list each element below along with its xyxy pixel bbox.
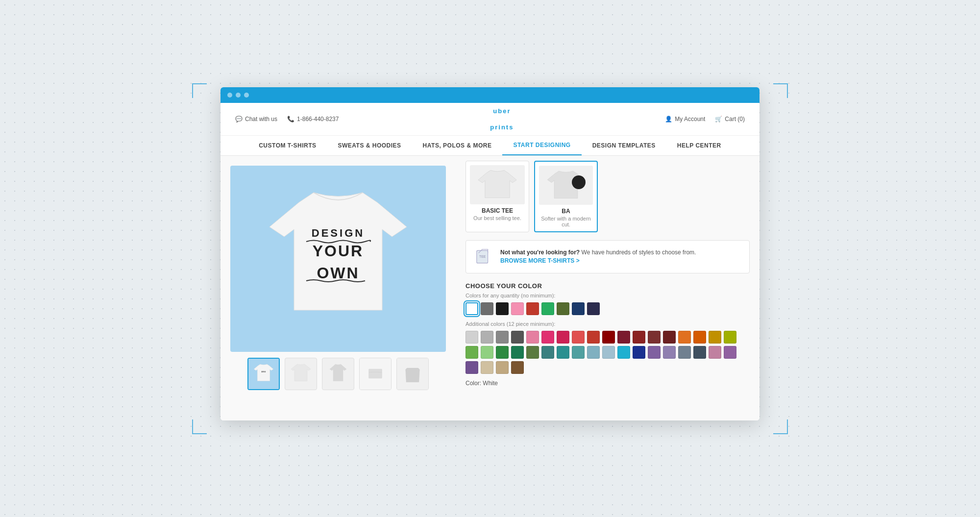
phone-number: 1-866-440-8237 [297, 116, 339, 123]
thumbnail-1[interactable] [285, 358, 317, 390]
color-swatch-additional[interactable] [602, 331, 615, 344]
color-swatch-additional[interactable] [541, 331, 554, 344]
nav-bar: CUSTOM T-SHIRTS SWEATS & HOODIES HATS, P… [220, 135, 760, 155]
color-swatch-additional[interactable] [633, 346, 645, 359]
browser-dot-1 [227, 93, 232, 98]
color-swatch-additional[interactable] [541, 346, 554, 359]
color-swatch-additional[interactable] [678, 346, 691, 359]
color-swatch-additional[interactable] [481, 361, 493, 374]
browse-desc: We have hundreds of styles to choose fro… [582, 249, 696, 256]
color-swatch-additional[interactable] [724, 346, 736, 359]
logo-area[interactable]: uber prints [490, 108, 514, 130]
color-swatch-additional[interactable] [617, 331, 630, 344]
color-swatch-additional[interactable] [663, 346, 676, 359]
color-swatch[interactable] [557, 302, 569, 315]
product-left: DESIGN YOUR OWN [220, 156, 456, 420]
color-swatch[interactable] [481, 302, 493, 315]
color-swatch-additional[interactable] [724, 331, 736, 344]
phone-icon: 📞 [287, 116, 294, 123]
nav-design-templates[interactable]: DESIGN TEMPLATES [582, 136, 666, 155]
color-swatch-additional[interactable] [466, 346, 478, 359]
color-swatch-additional[interactable] [648, 331, 661, 344]
thumbnail-0[interactable]: DYO [247, 358, 280, 390]
color-section-title: CHOOSE YOUR COLOR [466, 282, 750, 290]
color-swatch[interactable] [587, 302, 600, 315]
site-header: 💬 Chat with us 📞 1-866-440-8237 uber pri… [220, 103, 760, 156]
corner-bracket-tr [773, 83, 788, 98]
logo-text: uber prints [490, 108, 514, 130]
nav-sweats-hoodies[interactable]: SWEATS & HOODIES [327, 136, 412, 155]
color-swatch-additional[interactable] [617, 346, 630, 359]
nav-help-center[interactable]: HELP CENTER [666, 136, 732, 155]
svg-text:DYO: DYO [262, 370, 266, 373]
color-swatch-additional[interactable] [709, 331, 721, 344]
chat-label: Chat with us [245, 116, 277, 123]
color-swatch-additional[interactable] [496, 346, 509, 359]
svg-text:OWN: OWN [317, 264, 359, 282]
top-bar-left: 💬 Chat with us 📞 1-866-440-8237 [235, 116, 339, 123]
thumbnail-4[interactable] [396, 358, 429, 390]
color-swatch-additional[interactable] [587, 331, 600, 344]
cart-label: Cart (0) [725, 116, 745, 123]
color-swatch-additional[interactable] [648, 346, 661, 359]
color-swatch-additional[interactable] [526, 346, 539, 359]
chat-link[interactable]: 💬 Chat with us [235, 116, 277, 123]
color-swatch-additional[interactable] [481, 346, 493, 359]
thumbnail-3[interactable] [359, 358, 392, 390]
color-swatch-additional[interactable] [481, 331, 493, 344]
color-swatch[interactable] [541, 302, 554, 315]
corner-bracket-br [773, 419, 788, 434]
svg-rect-4 [369, 369, 382, 378]
color-swatch-additional[interactable] [572, 331, 585, 344]
color-swatch-additional[interactable] [709, 346, 721, 359]
style-card-ba-img [539, 166, 593, 205]
color-swatch-additional[interactable] [526, 331, 539, 344]
color-swatch[interactable] [526, 302, 539, 315]
style-card-ba[interactable]: BA Softer with a modern cut. [534, 161, 598, 232]
account-link[interactable]: 👤 My Account [665, 116, 705, 123]
color-swatch-additional[interactable] [633, 331, 645, 344]
color-swatch-additional[interactable] [511, 346, 524, 359]
svg-text:TEE: TEE [479, 255, 486, 258]
style-card-basic-tee-desc: Our best selling tee. [470, 215, 525, 221]
corner-bracket-tl [192, 83, 207, 98]
color-swatch[interactable] [466, 302, 478, 315]
color-swatch-additional[interactable] [496, 331, 509, 344]
nav-custom-tshirts[interactable]: CUSTOM T-SHIRTS [248, 136, 327, 155]
color-swatch-additional[interactable] [693, 346, 706, 359]
color-swatch-additional[interactable] [663, 331, 676, 344]
color-grid-any [466, 302, 750, 315]
color-swatch-additional[interactable] [557, 331, 569, 344]
top-bar-right: 👤 My Account 🛒 Cart (0) [665, 116, 745, 123]
color-swatch-additional[interactable] [693, 331, 706, 344]
color-swatch-additional[interactable] [572, 346, 585, 359]
top-bar: 💬 Chat with us 📞 1-866-440-8237 uber pri… [220, 103, 760, 135]
color-swatch-additional[interactable] [511, 331, 524, 344]
color-swatch-additional[interactable] [587, 346, 600, 359]
color-swatch-additional[interactable] [678, 331, 691, 344]
svg-text:YOUR: YOUR [313, 242, 364, 260]
color-swatch-additional[interactable] [466, 361, 478, 374]
cart-link[interactable]: 🛒 Cart (0) [715, 116, 745, 123]
browse-banner: TEE Not what you're looking for? We have… [466, 240, 750, 273]
browse-link[interactable]: BROWSE MORE T-SHIRTS > [500, 257, 696, 264]
browse-text: Not what you're looking for? We have hun… [500, 249, 696, 256]
browse-banner-icon: TEE [475, 247, 493, 266]
color-swatch[interactable] [496, 302, 509, 315]
main-content: DESIGN YOUR OWN [220, 156, 760, 420]
color-swatch-additional[interactable] [466, 331, 478, 344]
style-card-basic-tee-img [470, 165, 525, 204]
nav-hats-polos[interactable]: HATS, POLOS & MORE [412, 136, 503, 155]
color-swatch[interactable] [511, 302, 524, 315]
color-swatch-additional[interactable] [496, 361, 509, 374]
color-swatch-additional[interactable] [511, 361, 524, 374]
nav-start-designing[interactable]: START DESIGNING [502, 136, 581, 155]
color-label: Color: White [466, 380, 750, 387]
thumbnail-2[interactable] [322, 358, 354, 390]
style-card-basic-tee-name: BASIC TEE [470, 207, 525, 214]
color-swatch-additional[interactable] [557, 346, 569, 359]
style-card-basic-tee[interactable]: BASIC TEE Our best selling tee. [466, 161, 529, 232]
color-swatch[interactable] [572, 302, 585, 315]
color-swatch-additional[interactable] [602, 346, 615, 359]
phone-link[interactable]: 📞 1-866-440-8237 [287, 116, 339, 123]
